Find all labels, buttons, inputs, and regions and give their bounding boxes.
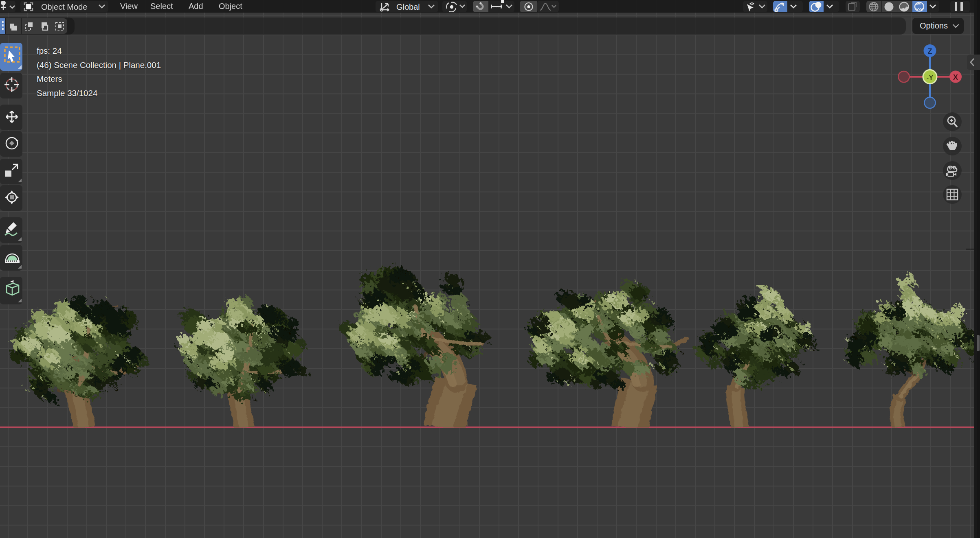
svg-text:X: X [953,73,958,81]
svg-text:-Y: -Y [927,74,934,81]
svg-text:Z: Z [928,47,932,55]
